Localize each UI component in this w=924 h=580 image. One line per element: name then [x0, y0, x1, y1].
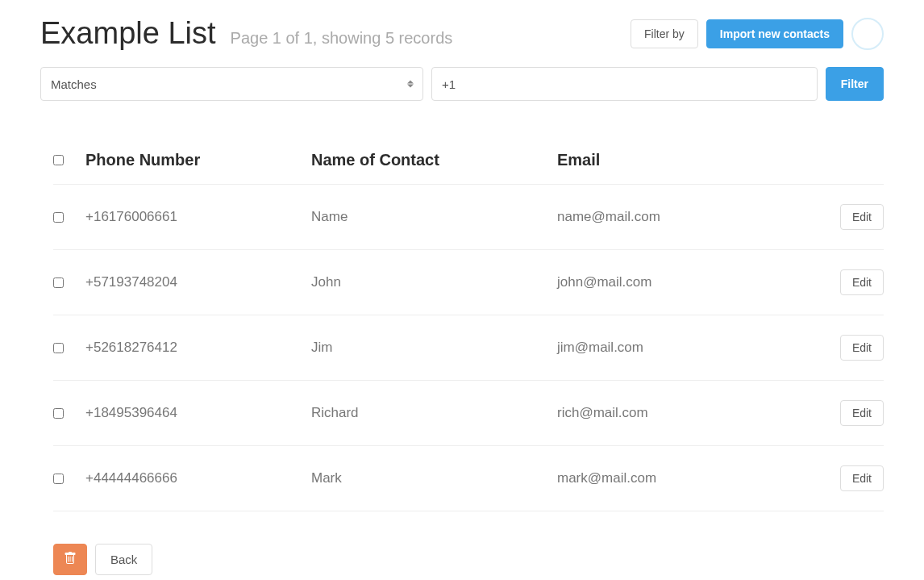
- table-row: +57193748204Johnjohn@mail.comEdit: [53, 250, 884, 315]
- cell-name: Name: [311, 209, 557, 225]
- filter-bar: Matches Filter: [40, 67, 884, 101]
- row-check-cell: [53, 212, 85, 223]
- cell-email: mark@mail.com: [557, 470, 835, 486]
- import-contacts-button[interactable]: Import new contacts: [706, 19, 843, 48]
- page-title: Example List: [40, 16, 216, 51]
- loading-indicator-icon: [851, 18, 884, 50]
- select-all-cell: [53, 155, 85, 165]
- column-name-header: Name of Contact: [311, 151, 557, 169]
- cell-email: name@mail.com: [557, 209, 835, 225]
- match-select-wrap: Matches: [40, 67, 423, 101]
- table-row: +18495396464Richardrich@mail.comEdit: [53, 381, 884, 446]
- filter-button[interactable]: Filter: [826, 67, 884, 101]
- page-subtitle: Page 1 of 1, showing 5 records: [231, 29, 453, 48]
- cell-name: Richard: [311, 405, 557, 421]
- page-header: Example List Page 1 of 1, showing 5 reco…: [40, 16, 884, 51]
- edit-button[interactable]: Edit: [840, 269, 884, 295]
- table-row: +44444466666Markmark@mail.comEdit: [53, 446, 884, 511]
- cell-phone: +18495396464: [85, 405, 311, 421]
- row-checkbox[interactable]: [53, 277, 64, 288]
- column-email-header: Email: [557, 151, 835, 169]
- edit-button[interactable]: Edit: [840, 400, 884, 426]
- row-check-cell: [53, 474, 85, 484]
- cell-phone: +16176006661: [85, 209, 311, 225]
- cell-action: Edit: [835, 465, 884, 491]
- edit-button[interactable]: Edit: [840, 335, 884, 361]
- select-all-checkbox[interactable]: [53, 155, 64, 165]
- header-actions: Filter by Import new contacts: [631, 18, 884, 50]
- row-check-cell: [53, 277, 85, 288]
- row-checkbox[interactable]: [53, 408, 64, 419]
- table-body: +16176006661Namename@mail.comEdit+571937…: [53, 185, 884, 511]
- delete-button[interactable]: [53, 544, 87, 575]
- match-select[interactable]: Matches: [40, 67, 423, 101]
- cell-action: Edit: [835, 204, 884, 230]
- row-checkbox[interactable]: [53, 343, 64, 353]
- cell-email: rich@mail.com: [557, 405, 835, 421]
- row-checkbox[interactable]: [53, 474, 64, 484]
- cell-action: Edit: [835, 269, 884, 295]
- header-left: Example List Page 1 of 1, showing 5 reco…: [40, 16, 452, 51]
- cell-name: Jim: [311, 340, 557, 356]
- footer-actions: Back: [53, 544, 884, 575]
- cell-phone: +57193748204: [85, 274, 311, 290]
- cell-action: Edit: [835, 400, 884, 426]
- cell-email: john@mail.com: [557, 274, 835, 290]
- table-row: +16176006661Namename@mail.comEdit: [53, 185, 884, 250]
- row-check-cell: [53, 408, 85, 419]
- cell-phone: +52618276412: [85, 340, 311, 356]
- cell-action: Edit: [835, 335, 884, 361]
- contacts-table: Phone Number Name of Contact Email +1617…: [53, 141, 884, 511]
- cell-name: Mark: [311, 470, 557, 486]
- filter-by-button[interactable]: Filter by: [631, 19, 698, 48]
- edit-button[interactable]: Edit: [840, 465, 884, 491]
- column-phone-header: Phone Number: [85, 151, 311, 169]
- edit-button[interactable]: Edit: [840, 204, 884, 230]
- cell-phone: +44444466666: [85, 470, 311, 486]
- search-input[interactable]: [431, 67, 818, 101]
- row-checkbox[interactable]: [53, 212, 64, 223]
- trash-icon: [64, 552, 77, 567]
- row-check-cell: [53, 343, 85, 353]
- back-button[interactable]: Back: [95, 544, 152, 575]
- cell-name: John: [311, 274, 557, 290]
- search-input-wrap: [431, 67, 818, 101]
- table-row: +52618276412Jimjim@mail.comEdit: [53, 315, 884, 381]
- table-header-row: Phone Number Name of Contact Email: [53, 141, 884, 185]
- cell-email: jim@mail.com: [557, 340, 835, 356]
